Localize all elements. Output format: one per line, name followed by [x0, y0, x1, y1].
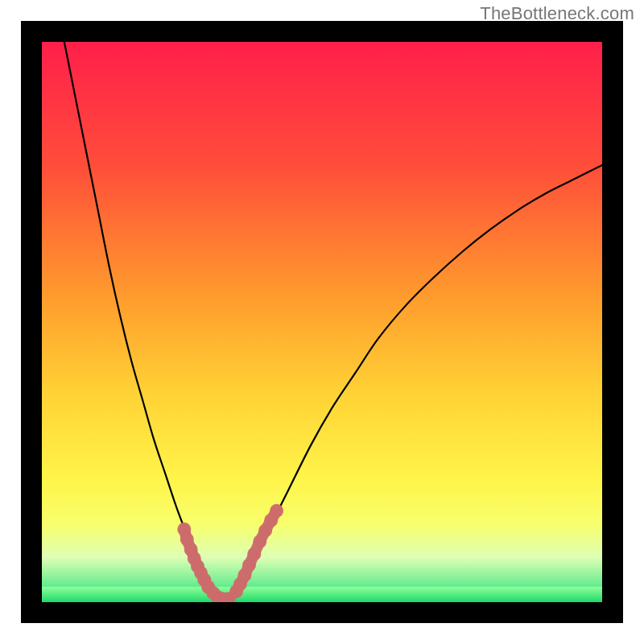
marker-dot	[247, 547, 261, 561]
chart-frame	[21, 21, 623, 623]
watermark-text: TheBottleneck.com	[480, 3, 634, 24]
series-right-curve	[229, 165, 602, 599]
chart-curves	[42, 42, 602, 602]
plot-area	[42, 42, 602, 602]
series-left-curve	[64, 42, 220, 600]
marker-dot	[270, 504, 283, 518]
